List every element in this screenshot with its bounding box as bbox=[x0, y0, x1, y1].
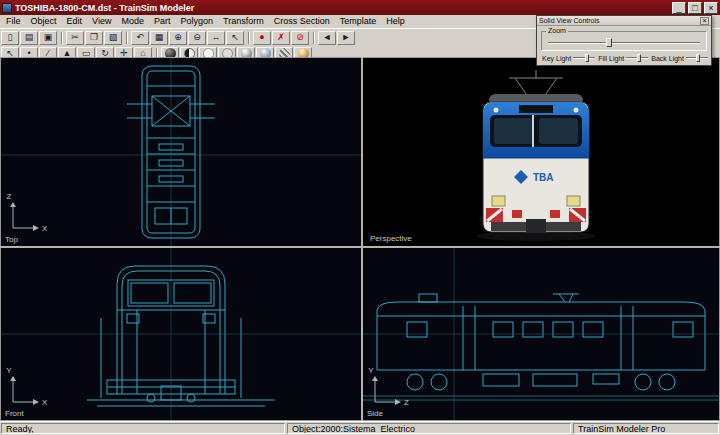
side-view-label: Side bbox=[367, 409, 384, 418]
menu-template[interactable]: Template bbox=[335, 15, 382, 28]
menu-edit[interactable]: Edit bbox=[62, 15, 88, 28]
key-light-slider-thumb[interactable] bbox=[585, 54, 589, 62]
headlight-right bbox=[567, 196, 580, 206]
paste-icon: ▧ bbox=[109, 33, 118, 42]
top-view-wireframe: Z X Top bbox=[1, 58, 361, 246]
back-light-slider[interactable] bbox=[686, 54, 708, 62]
zoom-in-button[interactable]: ⊕ bbox=[169, 31, 187, 45]
new-file-button[interactable]: ▯ bbox=[1, 31, 19, 45]
menu-file[interactable]: File bbox=[1, 15, 26, 28]
zoom-in-icon: ⊕ bbox=[174, 33, 182, 42]
viewport-top[interactable]: Z X Top bbox=[1, 58, 361, 246]
train-logo: TBA bbox=[514, 170, 554, 184]
front-axis-right-label: X bbox=[42, 398, 48, 407]
maximize-button[interactable]: □ bbox=[688, 2, 702, 14]
lock-part-icon: ⊘ bbox=[296, 33, 304, 42]
train-logo-text: TBA bbox=[533, 172, 554, 183]
buffer-right bbox=[550, 210, 560, 218]
hide-part-icon: ● bbox=[259, 33, 264, 42]
menu-view[interactable]: View bbox=[87, 15, 116, 28]
menu-cross-section[interactable]: Cross Section bbox=[269, 15, 335, 28]
key-light-slider[interactable] bbox=[573, 54, 595, 62]
pan-view-icon: ↔ bbox=[212, 33, 221, 42]
train-side-wireframe bbox=[377, 294, 705, 390]
toolbar-separator bbox=[61, 32, 63, 44]
side-axis-right-label: Z bbox=[404, 398, 409, 407]
viewport-front[interactable]: Y X Front bbox=[1, 248, 361, 420]
solid-view-controls-palette[interactable]: Solid View Controls × Zoom Key LightFill… bbox=[536, 15, 712, 66]
side-view-wireframe: Y Z Side bbox=[363, 248, 719, 420]
viewport-side[interactable]: Y Z Side bbox=[363, 248, 719, 420]
buffer-left bbox=[512, 210, 522, 218]
fill-light-slider-thumb[interactable] bbox=[637, 54, 641, 62]
coupler bbox=[526, 219, 546, 233]
prev-part-button[interactable]: ◄ bbox=[318, 31, 336, 45]
window-title: TOSHIBA-1800-CM.dst - TrainSim Modeler bbox=[15, 3, 670, 13]
menu-help[interactable]: Help bbox=[381, 15, 410, 28]
zoom-group: Zoom bbox=[541, 31, 707, 51]
close-button[interactable]: × bbox=[704, 2, 718, 14]
status-bar: Ready, Object:2000:Sistema_Electrico Tra… bbox=[0, 421, 720, 435]
next-part-button[interactable]: ► bbox=[337, 31, 355, 45]
lock-part-button[interactable]: ⊘ bbox=[291, 31, 309, 45]
menu-polygon[interactable]: Polygon bbox=[175, 15, 218, 28]
key-light-group: Key Light bbox=[542, 54, 595, 62]
app-icon bbox=[2, 3, 12, 13]
headlight-left bbox=[492, 196, 505, 206]
select-tool-button[interactable]: ↖ bbox=[226, 31, 244, 45]
front-view-axis-indicator bbox=[10, 376, 39, 405]
front-axis-up-label: Y bbox=[6, 366, 12, 375]
pan-view-button[interactable]: ↔ bbox=[207, 31, 225, 45]
top-axis-up-label: Z bbox=[7, 192, 12, 201]
palette-titlebar[interactable]: Solid View Controls × bbox=[537, 16, 711, 26]
fill-light-slider[interactable] bbox=[626, 54, 648, 62]
zoom-slider-track bbox=[548, 42, 700, 44]
delete-part-button[interactable]: ✗ bbox=[272, 31, 290, 45]
marker-light-right bbox=[574, 108, 579, 113]
select-tool-icon: ↖ bbox=[231, 33, 239, 42]
pantograph bbox=[509, 70, 563, 98]
grid-toggle-button[interactable]: ▦ bbox=[150, 31, 168, 45]
fill-light-group: Fill Light bbox=[598, 54, 648, 62]
menu-transform[interactable]: Transform bbox=[218, 15, 269, 28]
hide-part-button[interactable]: ● bbox=[253, 31, 271, 45]
save-file-button[interactable]: ▣ bbox=[39, 31, 57, 45]
title-bar[interactable]: TOSHIBA-1800-CM.dst - TrainSim Modeler _… bbox=[0, 0, 720, 15]
menu-object[interactable]: Object bbox=[26, 15, 62, 28]
cut-button[interactable]: ✂ bbox=[66, 31, 84, 45]
copy-button[interactable]: ❐ bbox=[85, 31, 103, 45]
palette-close-button[interactable]: × bbox=[700, 17, 709, 25]
undo-button[interactable]: ↶ bbox=[131, 31, 149, 45]
zoom-label: Zoom bbox=[546, 27, 568, 34]
top-view-label: Top bbox=[5, 235, 18, 244]
paste-button[interactable]: ▧ bbox=[104, 31, 122, 45]
new-file-icon: ▯ bbox=[8, 33, 13, 42]
status-app-name: TrainSim Modeler Pro bbox=[573, 423, 719, 434]
save-file-icon: ▣ bbox=[44, 33, 53, 42]
zoom-slider[interactable] bbox=[548, 38, 700, 47]
cut-icon: ✂ bbox=[71, 33, 79, 42]
palette-title: Solid View Controls bbox=[539, 16, 700, 26]
status-object: Object:2000:Sistema_Electrico bbox=[287, 423, 571, 434]
open-file-button[interactable]: ▤ bbox=[20, 31, 38, 45]
destination-sign bbox=[519, 105, 553, 113]
zoom-out-button[interactable]: ⊖ bbox=[188, 31, 206, 45]
zoom-slider-thumb[interactable] bbox=[606, 38, 612, 47]
menu-mode[interactable]: Mode bbox=[116, 15, 149, 28]
side-axis-up-label: Y bbox=[368, 366, 374, 375]
open-file-icon: ▤ bbox=[25, 33, 34, 42]
back-light-slider-thumb[interactable] bbox=[696, 54, 700, 62]
menu-part[interactable]: Part bbox=[149, 15, 176, 28]
minimize-button[interactable]: _ bbox=[672, 2, 686, 14]
marker-light-left bbox=[494, 108, 499, 113]
top-view-axis-indicator bbox=[10, 202, 39, 231]
grid-toggle-icon: ▦ bbox=[155, 33, 164, 42]
undo-icon: ↶ bbox=[136, 33, 144, 42]
viewport-perspective[interactable]: TBA Perspective bbox=[363, 58, 719, 246]
perspective-render: TBA Perspective bbox=[363, 58, 719, 246]
delete-part-icon: ✗ bbox=[277, 33, 285, 42]
key-light-slider-track bbox=[573, 57, 595, 59]
rails bbox=[363, 396, 719, 400]
windshield-pane-left bbox=[494, 118, 533, 144]
viewport-area: Z X Top bbox=[0, 57, 720, 421]
